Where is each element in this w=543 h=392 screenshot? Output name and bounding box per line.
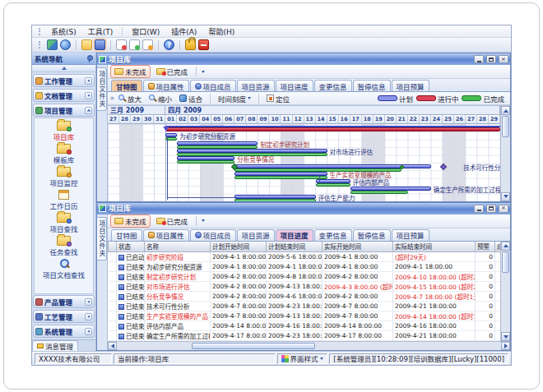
close-button[interactable]: × (499, 205, 508, 213)
doc-new-icon[interactable] (116, 39, 127, 50)
tool-fit-button[interactable]: 适合 (177, 94, 205, 104)
table-row[interactable]: 已结束分析竞争情况2009-4-2 8:00:002009-4-6 18:00:… (109, 292, 501, 302)
column-header-blank[interactable] (109, 242, 117, 252)
menu-item-3[interactable]: 窗口(W) (127, 25, 165, 38)
chevron-down-icon[interactable] (202, 71, 205, 73)
scroll-down-button[interactable] (501, 192, 510, 201)
save-icon[interactable] (95, 39, 105, 50)
ui-style-selector[interactable]: 界面样式 (277, 353, 328, 364)
scroll-thumb[interactable] (502, 251, 509, 273)
gantt-vscrollbar[interactable] (500, 106, 510, 201)
doc-edit-icon[interactable] (129, 39, 140, 50)
tab-项目预算[interactable]: 项目预算 (392, 229, 429, 241)
chevron-down-icon[interactable] (85, 328, 92, 335)
pin-icon[interactable] (86, 55, 93, 62)
table-row[interactable]: 已结束生产实验室规模的产品2009-4-7 8:00:002009-4-13 1… (109, 311, 501, 321)
minimize-button[interactable] (474, 55, 484, 63)
doc-delete-icon[interactable] (142, 39, 153, 50)
scroll-thumb[interactable] (502, 116, 509, 137)
overflow-chevron-icon[interactable]: » (110, 95, 114, 102)
table-row[interactable]: 已结束制定初步研究计划2009-4-2 8:00:002009-4-8 18:0… (109, 272, 501, 282)
lock-icon[interactable] (185, 39, 196, 50)
side-tab-project-folder[interactable]: 项目文件夹 (97, 67, 107, 111)
menu-item-2[interactable]: 工具(T) (83, 25, 118, 38)
tool-timescale-button[interactable]: 时间刻度 (216, 94, 253, 104)
help-icon[interactable]: ? (164, 39, 174, 50)
sidebar-section-产品管理[interactable]: 产品管理 (33, 295, 95, 308)
column-header-实际结束时间[interactable]: 实际结束时间 (393, 242, 476, 252)
tool-zoom-in-button[interactable]: 放大 (116, 94, 144, 104)
menu-item-1[interactable]: 系统(S) (46, 25, 81, 38)
column-header-实际开始时间[interactable]: 实际开始时间 (323, 242, 393, 252)
chevron-down-icon[interactable] (85, 77, 92, 85)
sidebar-section-系统管理[interactable]: 系统管理 (33, 325, 95, 338)
sidebar-item-模板库[interactable]: 模板库 (35, 143, 93, 165)
table-row[interactable]: 已结束对市场进行评估2009-4-2 8:00:002009-4-13 18:0… (109, 282, 501, 292)
sidebar-section-工作管理[interactable]: 工作管理 (33, 74, 95, 87)
tab-暂停信息[interactable]: 暂停信息 (353, 80, 391, 91)
chevron-down-icon[interactable] (202, 219, 205, 222)
tab-项目预算[interactable]: 项目预算 (392, 80, 429, 91)
scroll-up-button[interactable] (501, 106, 510, 115)
menu-item-5[interactable]: 帮助(H) (203, 25, 239, 38)
tab-项目属性[interactable]: 项目属性 (143, 229, 189, 241)
tab-暂停信息[interactable]: 暂停信息 (353, 229, 391, 241)
chevron-up-icon[interactable] (85, 107, 92, 114)
tool-zoom-out-button[interactable]: 缩小 (146, 94, 174, 104)
filter-button-未完成[interactable]: 未完成 (110, 65, 151, 78)
filter-button-已完成[interactable]: 已完成 (153, 215, 192, 227)
column-header-状态[interactable]: 状态 (117, 242, 145, 252)
table-row[interactable]: 已结束确定生产所需的加工过程2009-4-17 8:00:002009-4-23… (109, 331, 501, 341)
column-header-计划开始时间[interactable]: 计划开始时间 (211, 242, 267, 252)
workstation-icon[interactable] (47, 39, 58, 50)
maximize-button[interactable] (486, 55, 496, 63)
scroll-up-button[interactable] (501, 242, 510, 251)
tab-项目属性[interactable]: 项目属性 (143, 80, 189, 91)
sidebar-section-文档管理[interactable]: 文档管理 (33, 89, 95, 102)
sidebar-section-项目管理[interactable]: 项目管理 (33, 104, 95, 117)
scroll-down-button[interactable] (501, 332, 510, 341)
table-row[interactable]: 已结束评估内部产品2009-4-14 8:00:002009-4-16 18:0… (109, 321, 501, 331)
scroll-left-button[interactable] (108, 342, 117, 350)
tab-甘特图[interactable]: 甘特图 (111, 80, 142, 91)
sidebar-item-项目监控[interactable]: 项目监控 (35, 166, 93, 188)
sidebar-section-工艺管理[interactable]: 工艺管理 (33, 310, 95, 323)
tab-项目资源[interactable]: 项目资源 (237, 80, 275, 91)
column-header-预警[interactable]: 预警 (476, 242, 495, 252)
sidebar-item-工作日历[interactable]: 工作日历 (35, 189, 93, 211)
column-header-计划结束时间[interactable]: 计划结束时间 (267, 242, 323, 252)
tab-message-management[interactable]: 消息管理 (32, 340, 78, 351)
tab-项目成员[interactable]: 项目成员 (190, 80, 236, 91)
table-row[interactable]: 已结束为初步研究分配资源2009-4-1 8:00:002009-4-1 18:… (109, 262, 501, 272)
tab-项目成员[interactable]: 项目成员 (190, 229, 236, 241)
table-hscrollbar[interactable] (108, 341, 510, 350)
maximize-button[interactable] (486, 205, 496, 213)
sidebar-item-项目文档查找[interactable]: 项目文档查找 (35, 258, 93, 280)
table-row[interactable]: 已结束技术可行性分析2009-4-7 8:00:002009-4-23 18:0… (109, 302, 501, 311)
sidebar-item-项目查找[interactable]: 项目查找 (35, 212, 93, 234)
minimize-button[interactable] (474, 205, 484, 213)
sidebar-item-项目库[interactable]: 项目库 (35, 120, 93, 142)
folder-open-icon[interactable] (81, 39, 92, 50)
scroll-thumb[interactable] (192, 343, 315, 349)
chevron-down-icon[interactable] (85, 92, 92, 99)
tab-项目进度[interactable]: 项目进度 (276, 80, 313, 91)
tab-变更信息[interactable]: 变更信息 (314, 80, 352, 91)
chevron-down-icon[interactable] (85, 298, 92, 306)
stop-icon[interactable] (198, 39, 209, 50)
side-tab-project-folder[interactable]: 项目文件夹 (97, 217, 107, 261)
close-button[interactable]: × (499, 55, 508, 63)
filter-button-已完成[interactable]: 已完成 (153, 66, 192, 77)
sidebar-collapse-button[interactable] (32, 65, 95, 72)
table-vscrollbar[interactable] (500, 242, 510, 342)
tab-项目资源[interactable]: 项目资源 (237, 229, 275, 241)
menu-item-4[interactable]: 插件(A) (166, 25, 202, 38)
filter-button-未完成[interactable]: 未完成 (110, 214, 151, 228)
tab-变更信息[interactable]: 变更信息 (314, 229, 352, 241)
scroll-right-button[interactable] (501, 342, 510, 350)
tab-项目进度[interactable]: 项目进度 (276, 229, 313, 241)
globe-icon[interactable] (60, 39, 71, 50)
menu-grip-handle[interactable] (39, 28, 41, 35)
toolbar-grip-handle[interactable] (39, 41, 41, 48)
column-header-名称[interactable]: 名称 (145, 242, 211, 252)
